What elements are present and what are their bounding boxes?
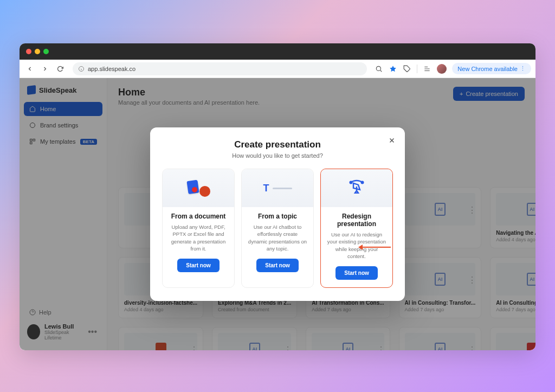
app-body: SlideSpeak Home Brand settings My templa… <box>20 78 535 350</box>
option-description: Use our AI to redesign your existing pre… <box>321 231 392 260</box>
maximize-window-button[interactable] <box>43 49 49 54</box>
create-presentation-modal: Create presentation How would you like t… <box>150 127 405 301</box>
document-illustration <box>163 169 234 207</box>
reload-button[interactable] <box>54 63 66 75</box>
bookmark-star-icon[interactable] <box>389 65 397 73</box>
option-title: Redesign presentation <box>321 213 392 228</box>
url-text: app.slidespeak.co <box>88 66 135 72</box>
close-modal-button[interactable] <box>386 135 397 146</box>
close-window-button[interactable] <box>26 49 31 54</box>
modal-subtitle: How would you like to get started? <box>162 152 393 159</box>
modal-options: From a document Upload any Word, PDF, PP… <box>162 169 393 288</box>
topic-illustration: T <box>242 169 313 207</box>
forward-button[interactable] <box>39 63 51 75</box>
pen-vector-icon <box>347 178 366 198</box>
start-now-button[interactable]: Start now <box>177 259 220 272</box>
browser-toolbar: app.slidespeak.co New Chrome available ⋮ <box>20 60 535 78</box>
window-titlebar <box>20 43 535 60</box>
zoom-icon[interactable] <box>375 65 383 73</box>
option-from-document[interactable]: From a document Upload any Word, PDF, PP… <box>162 169 235 288</box>
separator <box>417 65 417 73</box>
toolbar-right: New Chrome available ⋮ <box>375 63 531 74</box>
option-redesign-presentation[interactable]: Redesign presentation Use our AI to rede… <box>320 169 393 288</box>
text-cursor-icon: T <box>263 182 269 194</box>
modal-title: Create presentation <box>162 139 393 150</box>
minimize-window-button[interactable] <box>35 49 40 54</box>
extensions-icon[interactable] <box>403 65 411 73</box>
profile-avatar[interactable] <box>437 64 447 74</box>
option-title: From a topic <box>254 213 301 220</box>
site-info-icon <box>78 66 85 72</box>
redesign-illustration <box>321 169 392 207</box>
option-from-topic[interactable]: T From a topic Use our AI chatbot to eff… <box>241 169 314 288</box>
media-control-icon[interactable] <box>423 65 431 73</box>
powerpoint-icon <box>199 186 210 197</box>
start-now-button[interactable]: Start now <box>256 259 299 272</box>
browser-window: app.slidespeak.co New Chrome available ⋮ <box>20 43 535 350</box>
chrome-update-pill[interactable]: New Chrome available ⋮ <box>452 63 531 74</box>
kebab-icon: ⋮ <box>520 65 526 72</box>
start-now-button[interactable]: Start now <box>335 266 378 280</box>
address-bar[interactable]: app.slidespeak.co <box>73 62 367 75</box>
back-button[interactable] <box>24 63 36 75</box>
line-icon <box>273 187 292 189</box>
option-title: From a document <box>167 213 230 220</box>
option-description: Upload any Word, PDF, PPTX or Excel file… <box>163 223 234 252</box>
svg-point-1 <box>377 66 381 70</box>
option-description: Use our AI chatbot to effortlessly creat… <box>242 223 313 252</box>
close-icon <box>388 137 396 144</box>
